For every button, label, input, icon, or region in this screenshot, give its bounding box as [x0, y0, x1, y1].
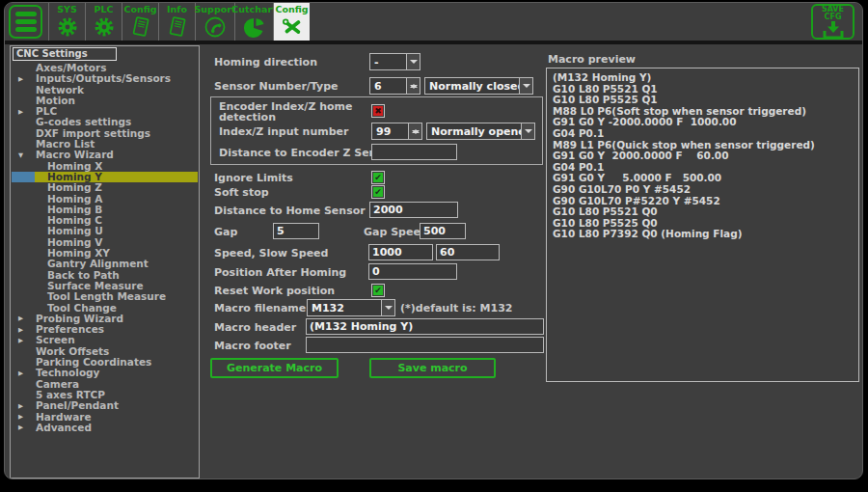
- tree-item[interactable]: Gantry Alignment: [12, 259, 198, 269]
- tab-plc[interactable]: PLC: [85, 3, 122, 41]
- tab-config[interactable]: Config: [273, 3, 310, 41]
- gap-speed-label: Gap Speed: [364, 226, 428, 238]
- tab-info[interactable]: Info: [158, 3, 195, 41]
- tree-item[interactable]: Homing U: [12, 226, 198, 236]
- gap-speed-input[interactable]: [420, 223, 466, 239]
- tab-config-files[interactable]: Config: [122, 3, 158, 41]
- sensor-number-spinner[interactable]: 6: [369, 77, 420, 95]
- tree-item[interactable]: Homing X: [12, 161, 198, 172]
- expand-arrow-icon[interactable]: ▶: [18, 401, 23, 412]
- macro-preview-line: G90 G10L70 P0 Y #5452: [553, 184, 853, 196]
- tree-item[interactable]: Homing Z: [12, 182, 198, 193]
- soft-stop-checkbox[interactable]: ✔: [371, 185, 385, 199]
- tree-item[interactable]: Homing B: [12, 205, 198, 215]
- tree-item-label: Homing B: [12, 205, 198, 215]
- expand-arrow-icon[interactable]: ▶: [18, 412, 23, 423]
- tree-item-label: Homing Z: [12, 182, 198, 193]
- tree-item[interactable]: ▶ Advanced: [12, 423, 198, 433]
- homing-direction-select[interactable]: -: [369, 53, 420, 70]
- soft-stop-label: Soft stop: [214, 186, 269, 199]
- toolbar: SYS PLC Config Info: [5, 3, 862, 41]
- encoder-detection-checkbox[interactable]: ✖: [371, 104, 385, 118]
- macro-preview-line: G10 L80 P5521 Q0: [553, 206, 853, 218]
- tree-item-label: Homing A: [12, 194, 198, 205]
- gear-icon: [94, 14, 115, 41]
- check-icon: ✔: [373, 187, 383, 197]
- phone-icon: [203, 14, 227, 41]
- expand-arrow-icon[interactable]: ▶: [18, 107, 23, 118]
- tree-item[interactable]: Homing A: [12, 194, 198, 205]
- tree-item-label: Gantry Alignment: [12, 259, 198, 269]
- position-after-label: Position After Homing: [214, 266, 346, 279]
- spinner-arrows-icon[interactable]: [406, 78, 420, 94]
- tree-item[interactable]: ▶ Inputs/Outputs/Sensors: [12, 73, 198, 84]
- position-after-input[interactable]: [368, 263, 457, 280]
- homing-direction-label: Homing direction: [214, 56, 317, 68]
- tree-item[interactable]: ▼ Macro Wizard: [12, 150, 198, 160]
- macro-preview-line: G91 G0 Y 2000.0000 F 60.00: [553, 150, 853, 162]
- toolbar-divider: [5, 41, 862, 44]
- expand-arrow-icon[interactable]: ▶: [18, 423, 23, 433]
- reset-work-checkbox[interactable]: ✔: [371, 284, 385, 297]
- tree-item-label: Homing X: [12, 161, 198, 172]
- tools-icon: [280, 14, 305, 41]
- expand-arrow-icon[interactable]: ▶: [18, 369, 23, 379]
- tab-cutchart[interactable]: Cutchart: [234, 3, 273, 41]
- macro-filename-label: Macro filename: [214, 302, 306, 314]
- expand-arrow-icon[interactable]: ▶: [18, 314, 23, 324]
- speed-input[interactable]: [368, 244, 433, 260]
- save-macro-button[interactable]: Save macro: [369, 358, 496, 378]
- expand-arrow-icon[interactable]: ▼: [18, 150, 23, 161]
- macro-filename-note: (*)default is: M132: [400, 302, 513, 314]
- encoder-detection-label: Encoder Index/Z home detection: [219, 101, 366, 123]
- macro-preview-line: G04 P0.1: [553, 128, 853, 140]
- index-input-number-label: Index/Z input number: [219, 125, 348, 138]
- chevron-down-icon[interactable]: [521, 123, 534, 139]
- index-input-type-select[interactable]: Normally opened: [426, 123, 535, 140]
- check-icon: ✔: [373, 286, 383, 295]
- slow-speed-input[interactable]: [436, 244, 500, 260]
- tab-support[interactable]: Support: [195, 3, 234, 41]
- expand-arrow-icon[interactable]: ▶: [18, 74, 23, 85]
- macro-footer-input[interactable]: [306, 337, 544, 353]
- index-input-number-spinner[interactable]: 99: [371, 123, 422, 140]
- distance-home-input[interactable]: [369, 202, 458, 218]
- tree-item[interactable]: ▶ Panel/Pendant: [12, 400, 198, 411]
- punched-card-icon: [130, 14, 151, 41]
- menu-button[interactable]: [9, 5, 42, 39]
- distance-encoder-input[interactable]: [371, 144, 457, 160]
- expand-arrow-icon[interactable]: ▶: [18, 336, 23, 346]
- tree-item[interactable]: Homing Y: [12, 172, 198, 182]
- macro-header-input[interactable]: [306, 318, 544, 335]
- macro-preview-line: G10 L80 P7392 Q0 (Homing Flag): [553, 229, 853, 240]
- spinner-arrows-icon[interactable]: [408, 123, 421, 139]
- tree-item-label: Homing C: [12, 215, 198, 226]
- tree-item[interactable]: ▶ Technology: [12, 368, 198, 378]
- chevron-down-icon[interactable]: [381, 300, 394, 315]
- reset-work-label: Reset Work position: [214, 285, 335, 297]
- chevron-down-icon[interactable]: [519, 78, 532, 94]
- check-icon: ✔: [373, 173, 383, 182]
- toolbar-tabs: SYS PLC Config Info: [48, 3, 310, 41]
- sensor-type-select[interactable]: Normally closed: [424, 77, 533, 95]
- cross-icon: ✖: [373, 106, 383, 116]
- ignore-limits-label: Ignore Limits: [214, 172, 293, 184]
- gap-input[interactable]: [273, 223, 319, 239]
- ignore-limits-checkbox[interactable]: ✔: [371, 171, 385, 184]
- tab-sys[interactable]: SYS: [48, 3, 85, 41]
- macro-filename-select[interactable]: M132: [307, 299, 395, 316]
- tree-item[interactable]: Tool Length Measure: [12, 291, 198, 302]
- generate-macro-button[interactable]: Generate Macro: [210, 358, 339, 378]
- macro-header-label: Macro header: [214, 321, 296, 334]
- app-frame: SYS PLC Config Info: [0, 0, 868, 492]
- chevron-down-icon[interactable]: [406, 54, 420, 69]
- cnc-settings-window: SYS PLC Config Info: [4, 2, 863, 479]
- gear-icon: [57, 14, 78, 41]
- hamburger-icon: [15, 27, 37, 32]
- expand-arrow-icon[interactable]: ▶: [18, 325, 23, 336]
- tree-item-label: Advanced: [12, 423, 198, 433]
- tree-item-label: Inputs/Outputs/Sensors: [12, 73, 198, 84]
- macro-preview-title: Macro preview: [548, 53, 636, 66]
- save-config-button[interactable]: SAVE CFG: [811, 4, 854, 40]
- tree-item[interactable]: Homing C: [12, 215, 198, 226]
